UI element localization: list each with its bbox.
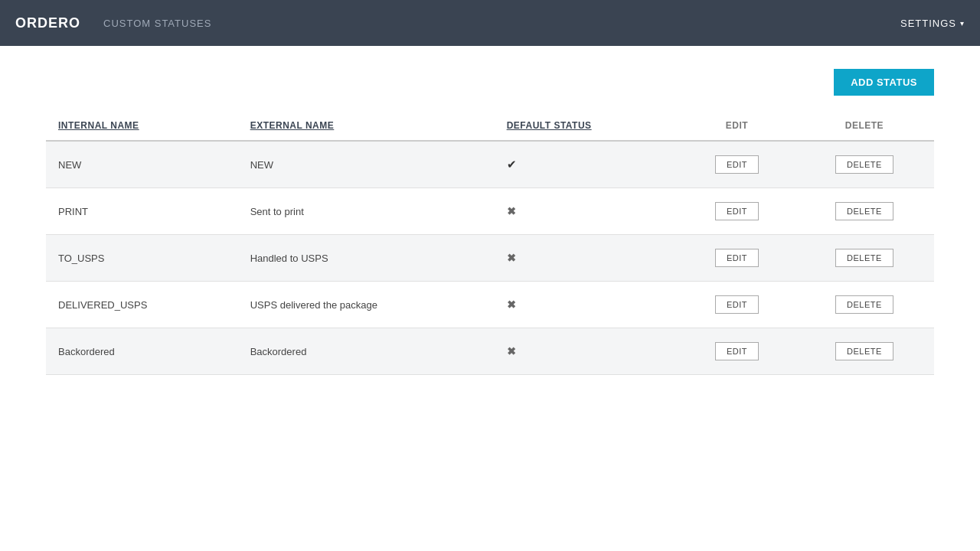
cell-internal-name: Backordered <box>46 328 238 375</box>
cell-default-status: ✖ <box>495 328 680 375</box>
cell-internal-name: NEW <box>46 141 238 188</box>
table-row: TO_USPSHandled to USPS✖EDITDELETE <box>46 235 934 282</box>
col-header-internal-name: INTERNAL NAME <box>46 111 238 141</box>
edit-button[interactable]: EDIT <box>715 342 759 360</box>
header: ORDERO CUSTOM STATUSES SETTINGS ▾ <box>0 0 980 46</box>
chevron-down-icon: ▾ <box>960 19 965 28</box>
cell-internal-name: TO_USPS <box>46 235 238 282</box>
cell-delete: DELETE <box>795 188 934 235</box>
settings-menu[interactable]: SETTINGS ▾ <box>900 18 965 29</box>
cell-edit: EDIT <box>679 188 795 235</box>
settings-label: SETTINGS <box>900 18 956 29</box>
edit-button[interactable]: EDIT <box>715 155 759 174</box>
table-row: DELIVERED_USPSUSPS delivered the package… <box>46 282 934 328</box>
cell-default-status: ✖ <box>495 282 680 328</box>
col-header-delete: DELETE <box>795 111 934 141</box>
col-header-edit: EDIT <box>679 111 795 141</box>
table-row: PRINTSent to print✖EDITDELETE <box>46 188 934 235</box>
cell-default-status: ✖ <box>495 235 680 282</box>
cross-icon: ✖ <box>507 298 516 311</box>
delete-button[interactable]: DELETE <box>835 249 893 267</box>
delete-button[interactable]: DELETE <box>835 155 893 174</box>
edit-button[interactable]: EDIT <box>715 295 759 314</box>
cross-icon: ✖ <box>507 205 516 217</box>
cell-external-name: Backordered <box>238 328 495 375</box>
cell-external-name: NEW <box>238 141 495 188</box>
page-title: CUSTOM STATUSES <box>103 18 211 29</box>
cell-edit: EDIT <box>679 282 795 328</box>
cell-delete: DELETE <box>795 141 934 188</box>
main-content: ADD STATUS INTERNAL NAME EXTERNAL NAME D… <box>0 46 980 398</box>
logo: ORDERO <box>15 15 80 31</box>
cell-edit: EDIT <box>679 141 795 188</box>
cell-delete: DELETE <box>795 328 934 375</box>
edit-button[interactable]: EDIT <box>715 202 759 220</box>
col-header-external-name: EXTERNAL NAME <box>238 111 495 141</box>
col-header-default-status: DEFAULT STATUS <box>495 111 680 141</box>
cell-edit: EDIT <box>679 328 795 375</box>
cross-icon: ✖ <box>507 345 516 357</box>
header-left: ORDERO CUSTOM STATUSES <box>15 15 211 31</box>
table-row: BackorderedBackordered✖EDITDELETE <box>46 328 934 375</box>
delete-button[interactable]: DELETE <box>835 295 893 314</box>
cell-external-name: USPS delivered the package <box>238 282 495 328</box>
table-header: INTERNAL NAME EXTERNAL NAME DEFAULT STAT… <box>46 111 934 141</box>
cell-external-name: Handled to USPS <box>238 235 495 282</box>
edit-button[interactable]: EDIT <box>715 249 759 267</box>
cell-internal-name: DELIVERED_USPS <box>46 282 238 328</box>
cross-icon: ✖ <box>507 252 516 264</box>
toolbar: ADD STATUS <box>46 69 934 96</box>
cell-internal-name: PRINT <box>46 188 238 235</box>
table-body: NEWNEW✔EDITDELETEPRINTSent to print✖EDIT… <box>46 141 934 375</box>
cell-default-status: ✖ <box>495 188 680 235</box>
delete-button[interactable]: DELETE <box>835 342 893 360</box>
cell-edit: EDIT <box>679 235 795 282</box>
cell-delete: DELETE <box>795 235 934 282</box>
cell-delete: DELETE <box>795 282 934 328</box>
table-row: NEWNEW✔EDITDELETE <box>46 141 934 188</box>
add-status-button[interactable]: ADD STATUS <box>834 69 934 96</box>
cell-default-status: ✔ <box>495 141 680 188</box>
statuses-table: INTERNAL NAME EXTERNAL NAME DEFAULT STAT… <box>46 111 934 375</box>
delete-button[interactable]: DELETE <box>835 202 893 220</box>
cell-external-name: Sent to print <box>238 188 495 235</box>
check-icon: ✔ <box>507 158 517 171</box>
